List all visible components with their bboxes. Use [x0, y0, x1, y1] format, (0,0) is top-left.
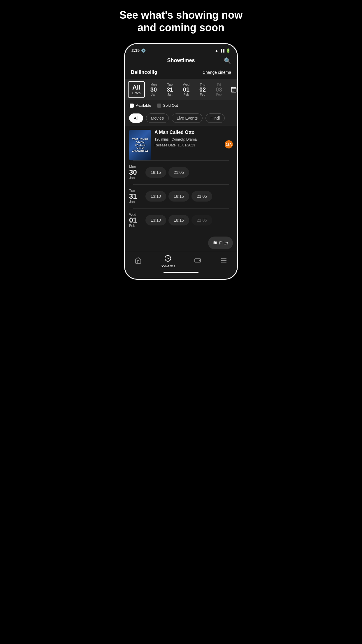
showtime-date-wed01: Wed 01 Feb [129, 213, 143, 228]
date-item-thu02[interactable]: Thu 02 Feb [195, 81, 210, 98]
settings-icon: ⚙️ [141, 48, 146, 53]
date-all-sublabel: Dates [132, 91, 141, 95]
movie-release: Release Date: 13/01/2023 [154, 143, 233, 148]
phone-frame: 2:15 ⚙️ ▲ ▐▐ 🔋 Showtimes 🔍 Ballincollig … [124, 43, 238, 280]
menu-icon [220, 257, 227, 266]
date-all-label: All [132, 84, 140, 91]
time-1815-mon30[interactable]: 18:15 [145, 167, 166, 178]
showtime-row-mon30: Mon 30 Jan 18:15 21:05 [129, 161, 233, 184]
svg-point-13 [215, 242, 216, 243]
time-2105-tue31[interactable]: 21:05 [191, 191, 212, 202]
app-header: Showtimes 🔍 [125, 55, 237, 66]
legend-row: Available Sold Out [125, 100, 237, 111]
showtime-section: Mon 30 Jan 18:15 21:05 Tue 31 Jan 13:10 … [125, 160, 237, 232]
promo-title: See what's showing nowand coming soon [114, 9, 249, 34]
time-2105-mon30[interactable]: 21:05 [168, 167, 189, 178]
time-1815-wed01[interactable]: 18:15 [168, 215, 189, 225]
movie-card[interactable]: TOM HANKS A MAN CALLED OTTO JANUARY 13 A… [125, 126, 237, 160]
search-button[interactable]: 🔍 [224, 57, 231, 64]
time-1815-tue31[interactable]: 18:15 [168, 191, 189, 202]
time-buttons-mon30: 18:15 21:05 [145, 167, 189, 178]
filter-fab-label: Filter [219, 241, 228, 245]
filter-fab-button[interactable]: Filter [208, 237, 233, 249]
nav-tickets[interactable] [194, 257, 201, 266]
filter-tabs: All Movies Live Events Hindi [125, 111, 237, 126]
ticket-icon [194, 257, 201, 266]
available-dot [130, 104, 134, 108]
showtime-date-tue31: Tue 31 Jan [129, 189, 143, 204]
date-item-mon30[interactable]: Mon 30 Jan [146, 81, 161, 98]
home-icon [135, 257, 142, 266]
time-1310-tue31[interactable]: 13:10 [145, 191, 166, 202]
date-item-tue31[interactable]: Tue 31 Jan [162, 81, 178, 98]
tab-live-events[interactable]: Live Events [172, 113, 203, 123]
time-buttons-tue31: 13:10 18:15 21:05 [145, 191, 212, 202]
nav-showtimes[interactable]: Showtimes [161, 255, 175, 268]
tab-all[interactable]: All [129, 113, 143, 123]
tab-movies[interactable]: Movies [146, 113, 169, 123]
cinema-row: Ballincollig Change cinema [125, 66, 237, 79]
movie-title: A Man Called Otto [154, 130, 233, 135]
showtime-row-wed01: Wed 01 Feb 13:10 18:15 21:05 [129, 209, 233, 232]
change-cinema-button[interactable]: Change cinema [203, 70, 231, 75]
movie-poster: TOM HANKS A MAN CALLED OTTO JANUARY 13 [129, 130, 151, 160]
showtime-row-tue31: Tue 31 Jan 13:10 18:15 21:05 [129, 185, 233, 208]
app-title: Showtimes [167, 57, 195, 64]
cinema-name: Ballincollig [131, 69, 157, 75]
bottom-nav: Showtimes [125, 252, 237, 270]
soldout-dot [157, 104, 161, 108]
legend-soldout: Sold Out [157, 103, 178, 108]
clock-icon [164, 255, 171, 264]
wifi-icon: ▲ [215, 48, 219, 53]
nav-menu[interactable] [220, 257, 227, 266]
nav-home[interactable] [135, 257, 142, 266]
legend-available: Available [130, 103, 151, 108]
tab-hindi[interactable]: Hindi [205, 113, 225, 123]
poster-text: TOM HANKS A MAN CALLED OTTO JANUARY 13 [131, 137, 150, 153]
available-label: Available [136, 103, 151, 108]
date-selector: All Dates Mon 30 Jan Tue 31 Jan Wed 01 F… [125, 79, 237, 100]
status-time: 2:15 ⚙️ [131, 48, 146, 53]
soldout-label: Sold Out [163, 103, 178, 108]
movie-info: A Man Called Otto 126 mins | Comedy, Dra… [154, 130, 233, 160]
status-bar: 2:15 ⚙️ ▲ ▐▐ 🔋 [125, 44, 237, 55]
filter-fab-icon [213, 240, 217, 246]
time-2105-wed01-partial[interactable]: 21:05 [191, 215, 212, 225]
showtime-date-mon30: Mon 30 Jan [129, 165, 143, 180]
fab-container: Filter [125, 232, 237, 249]
time-1310-wed01[interactable]: 13:10 [145, 215, 166, 225]
time-buttons-wed01: 13:10 18:15 21:05 [145, 215, 212, 225]
battery-icon: 🔋 [226, 48, 231, 53]
svg-point-12 [214, 241, 215, 242]
status-icons: ▲ ▐▐ 🔋 [215, 48, 231, 53]
date-all-button[interactable]: All Dates [128, 81, 145, 98]
date-item-fri03[interactable]: Fri 03 Feb [211, 81, 226, 98]
calendar-button[interactable] [228, 81, 237, 98]
nav-showtimes-label: Showtimes [161, 265, 175, 268]
signal-icon: ▐▐ [220, 49, 224, 52]
home-bar [164, 272, 198, 273]
svg-point-14 [214, 243, 215, 244]
date-item-wed01[interactable]: Wed 01 Feb [179, 81, 194, 98]
movie-duration: 126 mins | Comedy, Drama [154, 137, 233, 142]
